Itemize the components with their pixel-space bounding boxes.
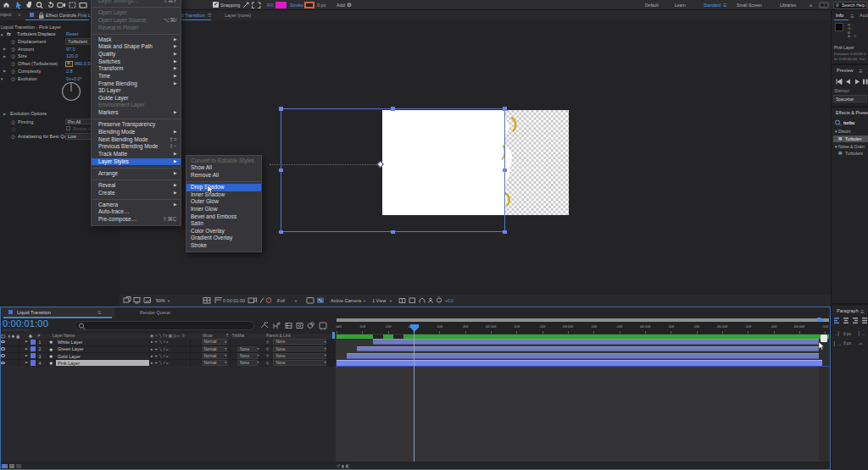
svg-text:▼: ▼ — [167, 299, 170, 303]
svg-text:0:00:01:00: 0:00:01:00 — [223, 298, 245, 303]
svg-text:+0.0: +0.0 — [445, 298, 453, 303]
svg-text:▼: ▼ — [363, 299, 366, 303]
svg-text:1 View: 1 View — [372, 298, 386, 303]
svg-text:▼: ▼ — [389, 299, 392, 303]
svg-text:Active Camera: Active Camera — [331, 298, 362, 303]
svg-text:▼: ▼ — [294, 299, 298, 303]
svg-text:50%: 50% — [156, 298, 165, 303]
svg-text:Full: Full — [277, 298, 285, 303]
